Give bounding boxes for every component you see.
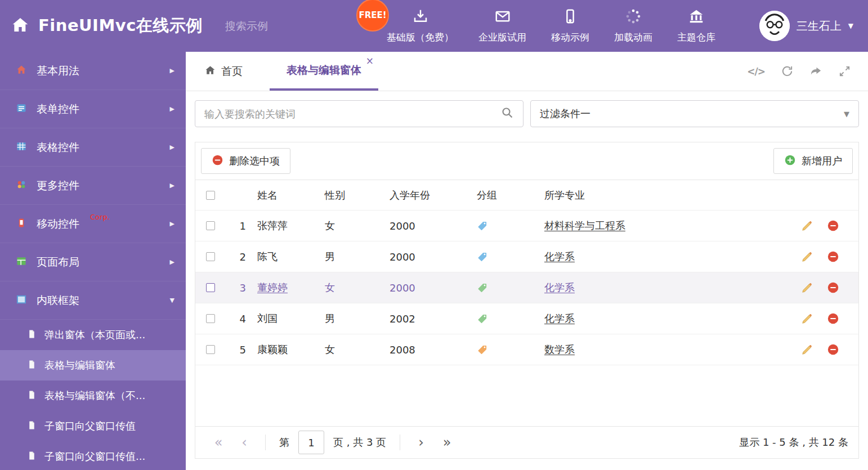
major-link[interactable]: 化学系 — [544, 312, 575, 324]
cell-name: 董婷婷 — [246, 281, 325, 294]
file-icon — [27, 451, 37, 463]
sidebar-item-grid-controls[interactable]: 表格控件 ▶ — [0, 128, 186, 167]
tag-icon — [477, 251, 544, 262]
row-checkbox[interactable] — [206, 221, 215, 230]
nav-item-mobile-demo[interactable]: 移动示例 — [539, 0, 602, 52]
column-header-group[interactable]: 分组 — [477, 189, 544, 202]
pager-label-total: 页 , 共 3 页 — [333, 436, 386, 449]
cell-year: 2000 — [390, 282, 477, 294]
top-header: FineUIMvc在线示例 FREE! 基础版（免费） 企业版试用 移动示例 — [0, 0, 868, 52]
table-header-row: 姓名 性别 入学年份 分组 所学专业 — [195, 180, 858, 211]
nav-item-loading-animation[interactable]: 加载动画 — [602, 0, 665, 52]
nav-label: 移动示例 — [551, 31, 589, 44]
cell-name: 康颖颖 — [246, 343, 325, 356]
delete-row-icon[interactable] — [827, 281, 839, 294]
file-icon — [27, 420, 37, 432]
major-link[interactable]: 数学系 — [544, 343, 575, 355]
pager-first-icon[interactable]: « — [205, 436, 231, 449]
sidebar-item-more-controls[interactable]: 更多控件 ▶ — [0, 167, 186, 205]
edit-pencil-icon[interactable] — [801, 220, 813, 232]
sidebar-subitem-grid-edit-window-2[interactable]: 表格与编辑窗体（不... — [0, 381, 186, 411]
major-link[interactable]: 材料科学与工程系 — [544, 220, 625, 231]
sidebar-subitem-label: 弹出窗体（本页面或... — [44, 328, 145, 342]
select-all-checkbox[interactable] — [206, 191, 215, 200]
row-checkbox[interactable] — [206, 283, 215, 292]
nav-item-basic-edition[interactable]: FREE! 基础版（免费） — [374, 0, 466, 52]
add-user-button[interactable]: 新增用户 — [773, 148, 853, 174]
row-checkbox[interactable] — [206, 252, 215, 261]
table-row: 3 董婷婷 女 2000 化学系 — [195, 272, 858, 303]
pager-prev-icon[interactable]: ‹ — [231, 436, 257, 449]
column-header-major[interactable]: 所学专业 — [544, 189, 780, 202]
source-code-icon[interactable]: </> — [747, 66, 765, 77]
tag-icon — [477, 313, 544, 324]
pager-next-icon[interactable]: › — [408, 436, 434, 449]
chevron-right-icon: ▶ — [170, 258, 175, 266]
row-checkbox[interactable] — [206, 345, 215, 354]
expand-icon[interactable] — [838, 65, 851, 78]
delete-row-icon[interactable] — [827, 312, 839, 325]
edit-pencil-icon[interactable] — [801, 343, 813, 356]
sidebar-item-basic-usage[interactable]: 基本用法 ▶ — [0, 52, 186, 90]
delete-row-icon[interactable] — [827, 343, 839, 356]
file-icon — [27, 360, 37, 371]
page-number-input[interactable] — [298, 431, 324, 454]
sidebar-subitem-popup-window[interactable]: 弹出窗体（本页面或... — [0, 320, 186, 350]
pager-separator — [400, 435, 400, 450]
tab-home[interactable]: 首页 — [194, 52, 254, 91]
cell-gender: 男 — [325, 312, 390, 325]
minus-circle-icon — [212, 154, 223, 168]
keyword-search-input[interactable] — [204, 108, 500, 120]
sidebar-item-iframe[interactable]: 内联框架 ▼ — [0, 281, 186, 320]
sidebar-item-page-layout[interactable]: 页面布局 ▶ — [0, 243, 186, 281]
sidebar-subitem-label: 子窗口向父窗口传值 — [44, 419, 136, 433]
major-link[interactable]: 化学系 — [544, 250, 575, 262]
filter-dropdown[interactable]: 过滤条件一 ▼ — [530, 100, 859, 127]
edit-pencil-icon[interactable] — [801, 250, 813, 263]
row-checkbox[interactable] — [206, 314, 215, 323]
delete-row-icon[interactable] — [827, 250, 839, 263]
pager-last-icon[interactable]: » — [434, 436, 460, 449]
caret-down-icon: ▼ — [848, 22, 853, 30]
column-header-name[interactable]: 姓名 — [246, 189, 325, 202]
tab-grid-edit-window[interactable]: 表格与编辑窗体 × — [270, 52, 378, 91]
form-icon — [16, 102, 27, 116]
tab-bar: 首页 表格与编辑窗体 × </> — [186, 52, 868, 91]
cell-year: 2000 — [390, 251, 477, 263]
column-header-gender[interactable]: 性别 — [325, 189, 390, 202]
tab-close-icon[interactable]: × — [366, 56, 374, 66]
sidebar-subitem-label: 子窗口向父窗口传值... — [44, 450, 145, 463]
table-row: 4 刘国 男 2002 化学系 — [195, 303, 858, 334]
file-icon — [27, 329, 37, 341]
nav-label: 加载动画 — [614, 31, 652, 44]
user-menu[interactable]: 三生石上 ▼ — [759, 11, 868, 41]
sidebar-item-form-controls[interactable]: 表单控件 ▶ — [0, 90, 186, 128]
envelope-icon — [494, 8, 511, 27]
sidebar-subitem-grid-edit-window[interactable]: 表格与编辑窗体 — [0, 350, 186, 381]
share-icon[interactable] — [809, 65, 822, 78]
file-icon — [27, 390, 37, 402]
filter-dropdown-value: 过滤条件一 — [540, 107, 590, 120]
sidebar-item-mobile-controls[interactable]: 移动控件 Corp. ▶ — [0, 205, 186, 243]
sidebar-subitem-child-to-parent-2[interactable]: 子窗口向父窗口传值... — [0, 441, 186, 470]
keyword-search-box — [195, 100, 524, 127]
edit-pencil-icon[interactable] — [801, 312, 813, 325]
delete-selected-button[interactable]: 删除选中项 — [201, 148, 290, 174]
nav-item-theme-repo[interactable]: 主题仓库 — [665, 0, 728, 52]
edit-pencil-icon[interactable] — [801, 281, 813, 294]
major-link[interactable]: 化学系 — [544, 281, 575, 293]
sidebar-item-label: 基本用法 — [37, 64, 79, 78]
sidebar-subitem-label: 表格与编辑窗体（不... — [44, 389, 145, 402]
sidebar-subitem-child-to-parent[interactable]: 子窗口向父窗口传值 — [0, 411, 186, 441]
search-icon[interactable] — [500, 106, 514, 122]
header-search-input[interactable] — [225, 20, 362, 32]
column-header-year[interactable]: 入学年份 — [390, 189, 477, 202]
refresh-icon[interactable] — [781, 65, 794, 78]
table-icon — [16, 141, 27, 154]
header-search — [225, 18, 343, 34]
nav-item-enterprise-trial[interactable]: 企业版试用 — [466, 0, 539, 52]
cell-year: 2002 — [390, 313, 477, 325]
delete-row-icon[interactable] — [827, 220, 839, 232]
caret-down-icon: ▼ — [844, 110, 849, 118]
user-name: 三生石上 — [797, 19, 842, 34]
